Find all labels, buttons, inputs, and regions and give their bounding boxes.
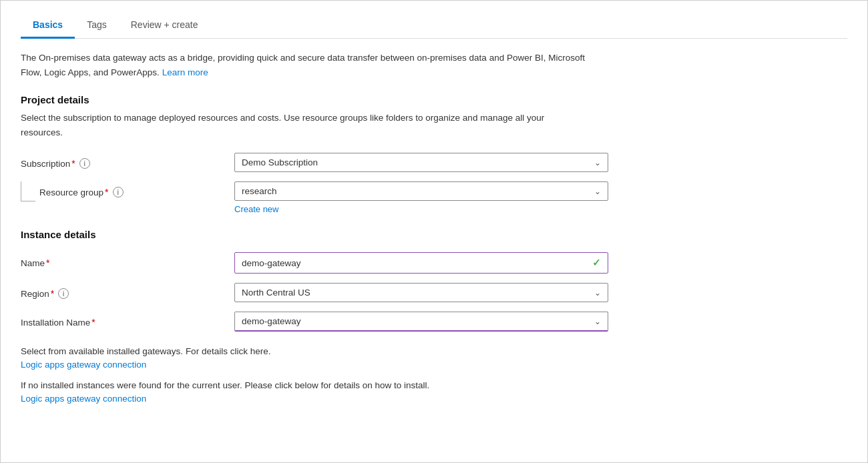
subscription-dropdown[interactable]: Demo Subscription ⌄ (234, 153, 608, 172)
subscription-required: * (71, 158, 75, 169)
tab-basics[interactable]: Basics (21, 14, 75, 39)
region-info-icon: i (58, 288, 69, 299)
instance-details-title: Instance details (21, 229, 847, 240)
name-required: * (46, 258, 49, 268)
resource-group-info-icon: i (113, 187, 124, 197)
installation-name-row: Installation Name * demo-gateway ⌄ (21, 312, 847, 332)
installation-name-required: * (91, 317, 95, 328)
tab-review-create[interactable]: Review + create (119, 14, 210, 39)
resource-group-label: Resource group (39, 187, 103, 197)
footer-link-2[interactable]: Logic apps gateway connection (21, 394, 146, 404)
project-details-section: Project details Select the subscription … (21, 94, 847, 214)
create-new-link[interactable]: Create new (234, 204, 608, 214)
installation-name-chevron-icon: ⌄ (594, 317, 601, 326)
region-row: Region * i North Central US ⌄ (21, 283, 847, 302)
footer-note-2: If no installed instances were found for… (21, 380, 847, 390)
region-label: Region (21, 289, 49, 299)
subscription-row: Subscription * i Demo Subscription ⌄ (21, 153, 847, 172)
region-label-col: Region * i (21, 283, 234, 299)
region-chevron-icon: ⌄ (594, 288, 601, 298)
subscription-control-col: Demo Subscription ⌄ (234, 153, 608, 172)
name-control-col: demo-gateway ✓ (234, 252, 608, 274)
region-dropdown[interactable]: North Central US ⌄ (234, 283, 608, 302)
installation-name-control-col: demo-gateway ⌄ (234, 312, 608, 332)
installation-name-dropdown[interactable]: demo-gateway ⌄ (234, 312, 608, 332)
resource-group-dropdown[interactable]: research ⌄ (234, 181, 608, 201)
name-label-col: Name * (21, 252, 234, 268)
subscription-label-col: Subscription * i (21, 153, 234, 169)
learn-more-link[interactable]: Learn more (162, 67, 208, 77)
resource-group-value: research (242, 186, 594, 196)
subscription-value: Demo Subscription (242, 157, 594, 167)
resource-group-control-col: research ⌄ Create new (234, 181, 608, 214)
tab-bar: Basics Tags Review + create (21, 14, 847, 39)
region-required: * (51, 288, 54, 299)
installation-name-label: Installation Name (21, 318, 90, 328)
name-label: Name (21, 258, 45, 268)
resource-group-label-col: Resource group * i (35, 181, 124, 197)
subscription-info-icon: i (79, 158, 90, 169)
name-row: Name * demo-gateway ✓ (21, 252, 847, 274)
region-control-col: North Central US ⌄ (234, 283, 608, 302)
intro-description: The On-premises data gateway acts as a b… (21, 51, 602, 79)
project-details-desc: Select the subscription to manage deploy… (21, 111, 568, 139)
resource-group-chevron-icon: ⌄ (594, 187, 601, 196)
page-container: Basics Tags Review + create The On-premi… (0, 0, 868, 463)
installation-name-value: demo-gateway (242, 316, 594, 326)
intro-text: The On-premises data gateway acts as a b… (21, 53, 585, 77)
name-value: demo-gateway (242, 258, 592, 268)
instance-details-section: Instance details Name * demo-gateway ✓ R… (21, 229, 847, 332)
name-check-icon: ✓ (592, 257, 601, 269)
footer-block-1: Select from available installed gateways… (21, 346, 847, 370)
project-details-title: Project details (21, 94, 847, 105)
resource-group-required: * (105, 187, 108, 197)
resource-group-row: Resource group * i research ⌄ Create new (21, 181, 847, 214)
footer-block-2: If no installed instances were found for… (21, 380, 847, 404)
tab-tags[interactable]: Tags (75, 14, 119, 39)
region-value: North Central US (242, 288, 594, 298)
footer-note-1: Select from available installed gateways… (21, 346, 847, 356)
name-input-wrapper[interactable]: demo-gateway ✓ (234, 252, 608, 274)
footer-link-1[interactable]: Logic apps gateway connection (21, 360, 146, 370)
subscription-label: Subscription (21, 159, 70, 169)
installation-name-label-col: Installation Name * (21, 312, 234, 328)
subscription-chevron-icon: ⌄ (594, 158, 601, 167)
